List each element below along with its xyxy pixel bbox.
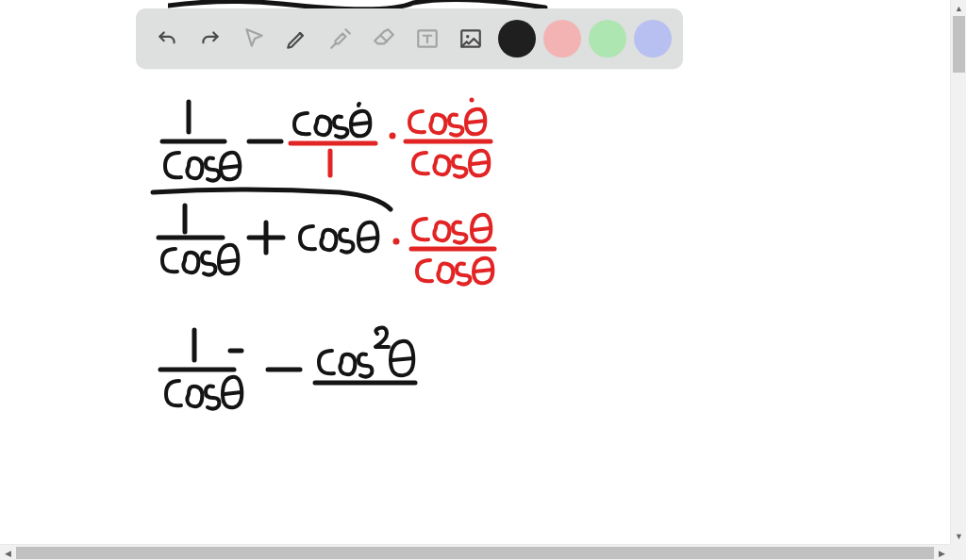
image-tool[interactable]: [451, 19, 491, 58]
svg-point-0: [390, 133, 396, 140]
undo-button[interactable]: [147, 19, 187, 58]
pointer-icon: [242, 26, 266, 51]
vertical-scroll-thumb[interactable]: [953, 16, 965, 73]
color-swatch-green[interactable]: [589, 20, 626, 58]
tools-icon: [328, 26, 353, 51]
drawing-canvas[interactable]: [0, 0, 950, 544]
text-tool[interactable]: [408, 19, 447, 58]
pen-tool[interactable]: [277, 19, 317, 58]
scrollbar-corner: [950, 544, 966, 560]
whiteboard-viewport: ▲ ▼ ◀ ▶: [0, 0, 966, 560]
color-swatch-red[interactable]: [543, 20, 581, 58]
scroll-left-arrow-icon[interactable]: ◀: [0, 545, 16, 560]
pen-icon: [285, 26, 309, 51]
undo-icon: [155, 26, 179, 51]
scroll-right-arrow-icon[interactable]: ▶: [934, 545, 950, 560]
horizontal-scrollbar[interactable]: ◀ ▶: [0, 544, 950, 560]
svg-point-2: [393, 239, 400, 245]
svg-point-1: [470, 98, 475, 103]
pointer-tool[interactable]: [234, 19, 274, 58]
scroll-up-arrow-icon[interactable]: ▲: [951, 0, 966, 16]
svg-point-5: [466, 35, 469, 38]
color-swatch-blue[interactable]: [634, 20, 672, 58]
vertical-scrollbar[interactable]: ▲ ▼: [950, 0, 966, 544]
color-swatch-black[interactable]: [498, 20, 536, 58]
scroll-down-arrow-icon[interactable]: ▼: [951, 528, 966, 544]
drawing-toolbar: [136, 8, 683, 69]
text-box-icon: [415, 26, 440, 51]
tools-button[interactable]: [321, 19, 360, 58]
horizontal-scroll-thumb[interactable]: [16, 547, 934, 559]
redo-icon: [198, 26, 223, 51]
eraser-tool[interactable]: [364, 19, 404, 58]
eraser-icon: [372, 26, 396, 51]
image-icon: [458, 26, 483, 51]
redo-button[interactable]: [191, 19, 230, 58]
